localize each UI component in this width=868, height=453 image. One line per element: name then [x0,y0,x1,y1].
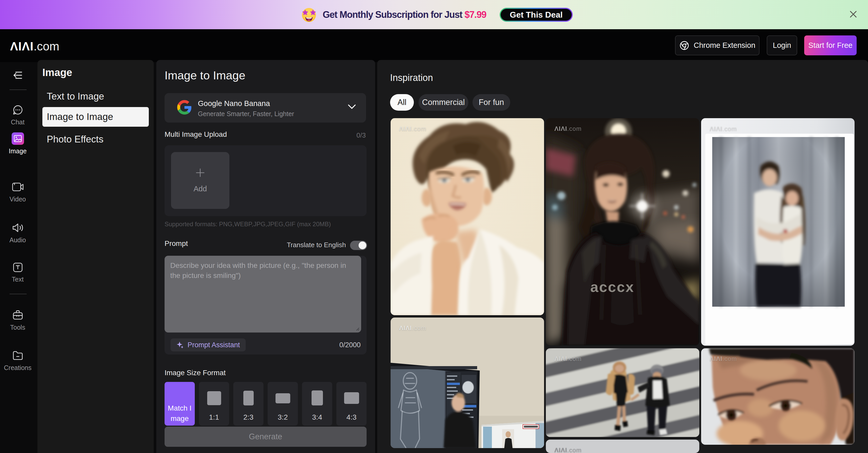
svg-text:acccx: acccx [590,279,634,295]
